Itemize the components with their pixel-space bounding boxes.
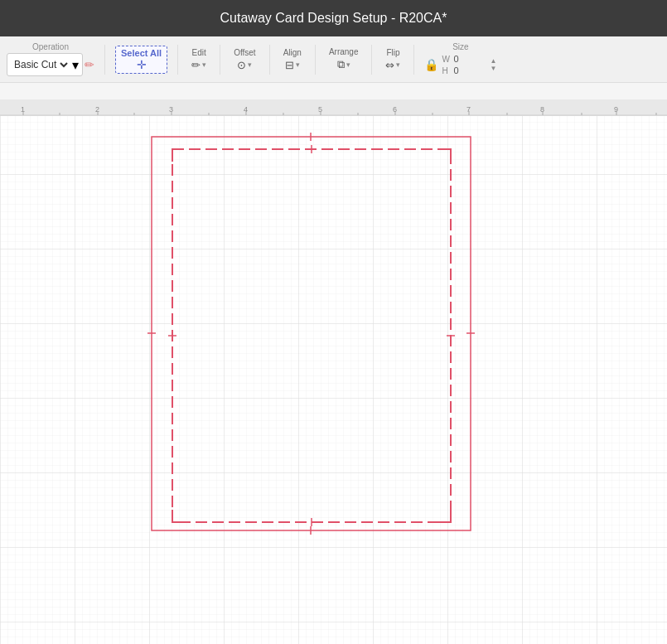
title-bar: Cutaway Card Design Setup - R20CA*: [0, 0, 667, 36]
height-input[interactable]: [453, 65, 486, 75]
flip-label: Flip: [386, 48, 399, 57]
size-stepper[interactable]: ▲ ▼: [490, 57, 496, 72]
pencil-icon: ✏: [191, 59, 201, 71]
svg-rect-31: [0, 116, 667, 644]
arrange-icon-group: ⧉ ▾: [337, 58, 350, 71]
svg-rect-0: [0, 99, 667, 116]
arrange-label: Arrange: [329, 47, 359, 56]
size-group: Size 🔒 W H ▲ ▼: [424, 42, 496, 76]
chevron-down-icon: ▾: [72, 57, 79, 73]
width-label: W: [442, 55, 452, 64]
height-row: H: [442, 65, 486, 76]
edit-label: Edit: [192, 48, 206, 57]
offset-arrow-icon: ▾: [248, 61, 252, 69]
select-all-button[interactable]: Select All ✛: [115, 46, 167, 74]
arrange-button[interactable]: Arrange ⧉ ▾: [326, 46, 362, 73]
divider-4: [269, 45, 270, 75]
increment-icon[interactable]: ▲: [490, 57, 496, 65]
divider-1: [104, 45, 105, 75]
width-row: W: [442, 53, 486, 65]
arrange-icon: ⧉: [337, 58, 345, 71]
select-all-label: Select All: [121, 48, 162, 58]
divider-2: [177, 45, 178, 75]
operation-select-wrapper[interactable]: Basic Cut ▾: [7, 53, 83, 76]
flip-arrow-icon: ▾: [396, 61, 400, 69]
align-icon: ⊟: [285, 59, 294, 71]
toolbar: Operation Basic Cut ▾ ✏ Select All ✛ Edi…: [0, 36, 667, 83]
offset-label: Offset: [234, 48, 256, 57]
divider-5: [315, 45, 316, 75]
size-label: Size: [452, 42, 468, 51]
align-arrow-icon: ▾: [296, 61, 300, 69]
operation-control: Basic Cut ▾ ✏: [7, 53, 94, 76]
app-title: Cutaway Card Design Setup - R20CA*: [220, 11, 447, 26]
canvas-area[interactable]: 1 2 3 4 5 6 7 8 9: [0, 83, 667, 644]
offset-icon-group: ⊙ ▾: [237, 59, 252, 71]
flip-icon-group: ⇔ ▾: [385, 59, 400, 71]
flip-button[interactable]: Flip ⇔ ▾: [382, 46, 404, 73]
operation-select[interactable]: Basic Cut: [11, 58, 70, 71]
operation-group: Operation Basic Cut ▾ ✏: [7, 42, 94, 76]
divider-7: [413, 45, 414, 75]
offset-icon: ⊙: [237, 59, 246, 71]
divider-6: [371, 45, 372, 75]
divider-3: [220, 45, 220, 75]
offset-button[interactable]: Offset ⊙ ▾: [230, 46, 259, 73]
flip-icon: ⇔: [385, 59, 394, 71]
edit-icon-group: ✏ ▾: [191, 59, 206, 71]
edit-arrow-icon: ▾: [202, 61, 206, 69]
select-all-icon: ✛: [137, 58, 147, 71]
edit-button[interactable]: Edit ✏ ▾: [188, 46, 210, 73]
decrement-icon[interactable]: ▼: [490, 65, 496, 72]
operation-label: Operation: [32, 42, 69, 51]
height-label: H: [442, 66, 452, 75]
align-label: Align: [283, 48, 302, 57]
align-icon-group: ⊟ ▾: [285, 59, 300, 71]
edit-pencil-icon[interactable]: ✏: [85, 58, 94, 71]
design-canvas[interactable]: 1 2 3 4 5 6 7 8 9: [0, 99, 667, 644]
align-button[interactable]: Align ⊟ ▾: [280, 46, 305, 73]
width-input[interactable]: [453, 54, 486, 64]
size-fields: W H: [442, 53, 486, 76]
arrange-arrow-icon: ▾: [346, 61, 350, 69]
lock-icon: 🔒: [424, 58, 438, 71]
